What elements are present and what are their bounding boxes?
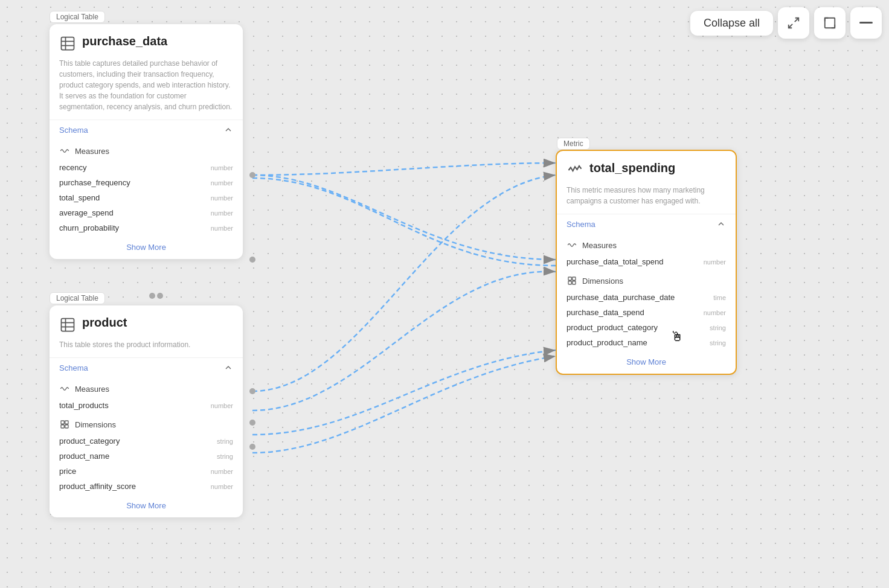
metric-measures-list: purchase_data_total_spend number	[557, 254, 736, 269]
metric-measures-title: Measures	[582, 241, 617, 250]
field-row: purchase_data_spend number	[557, 305, 736, 320]
field-type: time	[713, 294, 726, 301]
compress-icon-button[interactable]	[778, 7, 809, 39]
chevron-up-icon	[223, 125, 233, 135]
product-description: This table stores the product informatio…	[50, 339, 243, 357]
svg-rect-22	[61, 425, 64, 428]
field-type: number	[211, 468, 233, 475]
field-name: price	[59, 467, 76, 476]
metric-dimensions-list: purchase_data_purchase_date time purchas…	[557, 290, 736, 350]
purchase-data-schema-toggle[interactable]: Schema	[50, 120, 243, 139]
field-type: number	[211, 402, 233, 409]
field-name: total_spend	[59, 193, 100, 202]
purchase-data-measures-list: recency number purchase_frequency number…	[50, 160, 243, 235]
field-name: purchase_frequency	[59, 178, 130, 187]
field-row: product_product_category string	[557, 320, 736, 335]
chevron-up-icon-metric	[716, 219, 726, 229]
field-name: product_affinity_score	[59, 482, 136, 491]
field-row: recency number	[50, 160, 243, 175]
field-row: average_spend number	[50, 205, 243, 220]
measures-icon-metric	[566, 240, 577, 251]
measures-icon	[59, 145, 70, 156]
field-type: number	[211, 483, 233, 490]
purchase-data-badge: Logical Table	[50, 11, 105, 23]
metric-dimensions-title: Dimensions	[582, 276, 623, 286]
purchase-data-schema-label: Schema	[59, 126, 88, 135]
field-name: purchase_data_spend	[566, 308, 644, 317]
metric-measures-header: Measures	[557, 234, 736, 254]
field-name: average_spend	[59, 208, 114, 217]
dimensions-icon-product	[59, 419, 70, 430]
dimensions-icon-metric	[566, 275, 577, 286]
purchase-data-card: Logical Table purchase_data This table c…	[50, 24, 243, 259]
field-row: price number	[50, 464, 243, 479]
field-name: total_products	[59, 401, 109, 410]
field-type: number	[211, 209, 233, 217]
metric-icon	[566, 162, 583, 179]
metric-show-more[interactable]: Show More	[557, 350, 736, 374]
purchase-data-show-more[interactable]: Show More	[50, 235, 243, 259]
zoom-out-button[interactable]	[850, 7, 882, 39]
field-type: number	[211, 179, 233, 187]
field-name: product_product_name	[566, 338, 647, 347]
field-row: total_products number	[50, 398, 243, 413]
svg-rect-20	[61, 421, 64, 424]
field-type: number	[211, 164, 233, 171]
measures-icon-product	[59, 383, 70, 394]
field-row: total_spend number	[50, 190, 243, 205]
field-row: product_name string	[50, 449, 243, 464]
svg-line-9	[789, 24, 792, 28]
product-card: Logical Table product This table stores …	[50, 305, 243, 517]
product-measures-header: Measures	[50, 377, 243, 398]
field-row: churn_probability number	[50, 220, 243, 235]
product-measures-title: Measures	[75, 385, 109, 394]
product-schema-toggle[interactable]: Schema	[50, 357, 243, 377]
svg-line-8	[795, 18, 798, 22]
metric-schema-label: Schema	[566, 220, 595, 229]
compress-icon	[787, 16, 800, 30]
field-type: string	[710, 324, 726, 331]
field-row: purchase_frequency number	[50, 175, 243, 190]
field-type: string	[217, 453, 233, 460]
product-badge: Logical Table	[50, 292, 105, 304]
field-row: purchase_data_total_spend number	[557, 254, 736, 269]
purchase-data-measures-header: Measures	[50, 139, 243, 160]
expand-icon	[823, 16, 836, 30]
metric-dimensions-header: Dimensions	[557, 269, 736, 290]
svg-rect-24	[568, 277, 571, 280]
field-type: number	[704, 309, 726, 316]
field-name: churn_probability	[59, 223, 119, 232]
field-name: purchase_data_total_spend	[566, 257, 663, 266]
field-name: recency	[59, 163, 87, 172]
purchase-data-title: purchase_data	[82, 34, 167, 48]
svg-rect-11	[859, 22, 873, 24]
minus-icon	[859, 22, 873, 24]
product-schema-label: Schema	[59, 363, 88, 372]
product-measures-list: total_products number	[50, 398, 243, 413]
svg-rect-23	[65, 425, 68, 428]
field-type: number	[211, 194, 233, 202]
product-title: product	[82, 315, 127, 330]
field-name: product_name	[59, 452, 109, 461]
collapse-all-button[interactable]: Collapse all	[690, 11, 773, 36]
field-type: number	[704, 258, 726, 266]
metric-description: This metric measures how many marketing …	[557, 185, 736, 214]
metric-badge: Metric	[557, 138, 590, 150]
field-row: product_affinity_score number	[50, 479, 243, 494]
svg-rect-25	[573, 277, 576, 280]
metric-schema-toggle[interactable]: Schema	[557, 214, 736, 234]
field-row: purchase_data_purchase_date time	[557, 290, 736, 305]
field-row: product_category string	[50, 433, 243, 449]
svg-rect-16	[62, 319, 74, 331]
product-show-more[interactable]: Show More	[50, 494, 243, 517]
collapse-all-label: Collapse all	[704, 17, 760, 30]
expand-icon-button[interactable]	[814, 7, 846, 39]
field-type: string	[710, 339, 726, 347]
metric-title: total_spending	[589, 161, 675, 175]
svg-rect-21	[65, 421, 68, 424]
product-dimensions-header: Dimensions	[50, 413, 243, 433]
chevron-up-icon-product	[223, 363, 233, 372]
purchase-data-measures-title: Measures	[75, 147, 109, 156]
product-dimensions-title: Dimensions	[75, 420, 116, 429]
metric-card: Metric total_spending This metric measur…	[556, 150, 737, 375]
